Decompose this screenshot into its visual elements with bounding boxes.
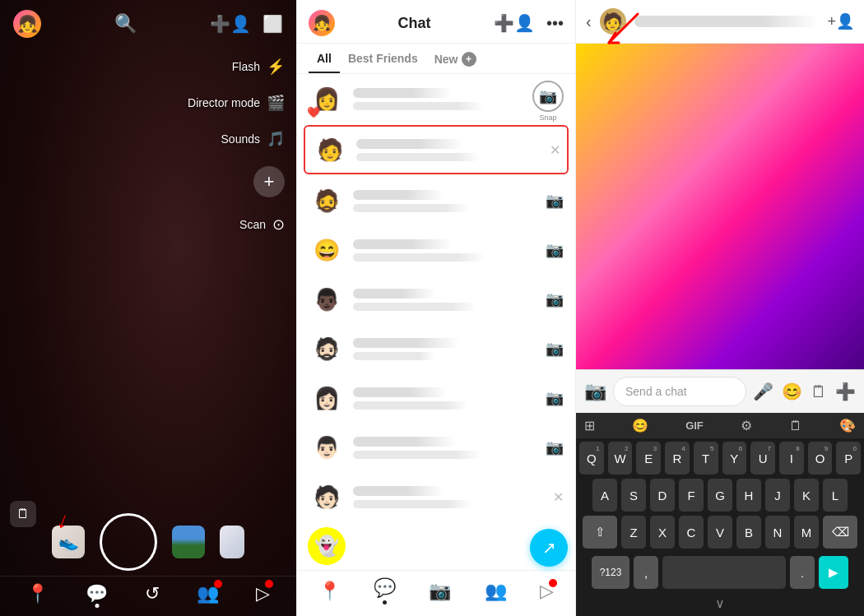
chat-item[interactable]: 👨🏻 📷 (297, 423, 575, 472)
chevron-down-icon[interactable]: ∨ (715, 595, 725, 611)
close-icon[interactable]: ✕ (550, 142, 560, 158)
new-plus-icon: + (462, 52, 476, 67)
key-o[interactable]: O9 (808, 442, 833, 475)
shift-key[interactable]: ⇧ (583, 516, 617, 549)
chat-item[interactable]: 🧔 📷 (297, 176, 575, 225)
key-i[interactable]: I8 (779, 442, 804, 475)
back-button[interactable]: ‹ (586, 12, 592, 31)
camera-button[interactable]: 📷 (584, 381, 606, 402)
key-y[interactable]: Y6 (722, 442, 747, 475)
key-period[interactable]: . (790, 556, 815, 589)
key-n[interactable]: N (765, 516, 790, 549)
stories-nav-icon[interactable]: ▷ (256, 583, 270, 604)
send-key[interactable]: ▶ (819, 556, 848, 589)
map-bottom-icon[interactable]: 📍 (318, 581, 341, 602)
friends-bottom-icon[interactable]: 👥 (485, 581, 507, 602)
stories-bottom-icon[interactable]: ▷ (540, 581, 554, 602)
chat-item[interactable]: 👩🏻 📷 (297, 373, 575, 423)
key-q[interactable]: Q1 (579, 442, 604, 475)
key-m[interactable]: M (794, 516, 819, 549)
tab-best-friends[interactable]: Best Friends (340, 49, 426, 73)
shutter-button[interactable] (100, 513, 157, 571)
key-f[interactable]: F (679, 479, 704, 512)
key-r[interactable]: R4 (665, 442, 690, 475)
key-comma[interactable]: , (634, 556, 658, 589)
emoji-icon[interactable]: 😊 (782, 382, 802, 401)
chat-item[interactable]: 👨🏿 📷 (297, 275, 575, 324)
sounds-control[interactable]: Sounds 🎵 (221, 130, 285, 148)
close-icon[interactable]: ✕ (553, 489, 564, 505)
chat-input-field[interactable]: Send a chat (613, 377, 746, 406)
camera-icon[interactable]: 📷 (546, 340, 564, 358)
search-icon[interactable]: 🔍 (114, 13, 137, 35)
key-k[interactable]: K (794, 479, 819, 512)
profile-avatar[interactable]: 👧 (13, 10, 41, 38)
key-x[interactable]: X (650, 516, 675, 549)
add-effect-button[interactable]: + (253, 166, 285, 197)
key-w[interactable]: W2 (608, 442, 633, 475)
scan-control[interactable]: Scan ⊙ (239, 215, 285, 234)
tab-new[interactable]: New + (426, 49, 485, 73)
thumbnail-partial[interactable] (220, 526, 244, 558)
chat-item[interactable]: 🧔🏻 📷 (297, 324, 575, 373)
key-z[interactable]: Z (621, 516, 646, 549)
chat-item[interactable]: 👩 ❤️ 📷 Snap (297, 74, 575, 123)
mic-icon[interactable]: 🎤 (753, 382, 773, 401)
share-fab[interactable]: ↗ (530, 529, 568, 567)
map-nav-icon[interactable]: 📍 (26, 583, 49, 604)
chat-bottom-nav-item[interactable]: 💬 (374, 577, 396, 604)
chat-item-highlighted[interactable]: 🧑 ✕ (304, 125, 569, 174)
spotlight-nav-icon[interactable]: ↺ (145, 583, 160, 604)
chat-item[interactable]: 🧑🏻 ✕ (297, 472, 575, 521)
director-mode-control[interactable]: Director mode 🎬 (188, 94, 285, 112)
keyboard-sticker-icon[interactable]: 🗒 (789, 419, 802, 433)
key-b[interactable]: B (736, 516, 761, 549)
key-e[interactable]: E3 (636, 442, 661, 475)
camera-icon[interactable]: 📷 (546, 192, 564, 210)
chat-item[interactable]: 😄 📷 (297, 225, 575, 275)
key-p[interactable]: P0 (836, 442, 861, 475)
snap-button[interactable]: 📷 Snap (532, 81, 564, 122)
keyboard-color-icon[interactable]: 🎨 (839, 418, 856, 433)
gif-label[interactable]: GIF (685, 419, 704, 432)
snapchat-fab[interactable]: 👻 (308, 527, 346, 565)
key-t[interactable]: T5 (694, 442, 718, 475)
key-j[interactable]: J (765, 479, 790, 512)
more-options-icon[interactable]: ••• (546, 14, 564, 33)
camera-icon[interactable]: 📷 (546, 438, 564, 456)
camera-flip-icon[interactable]: ⬜ (262, 14, 283, 34)
thumbnail-landscape[interactable] (172, 526, 205, 558)
key-h[interactable]: H (736, 479, 761, 512)
camera-bottom-nav: 📍 💬 ↺ 👥 ▷ (0, 576, 296, 616)
key-l[interactable]: L (823, 479, 848, 512)
add-friend-button[interactable]: +👤 (827, 12, 854, 30)
tab-all[interactable]: All (309, 49, 340, 73)
add-chat-icon[interactable]: ➕👤 (494, 13, 535, 33)
space-key[interactable] (662, 556, 786, 589)
chat-nav-icon[interactable]: 💬 (86, 583, 108, 604)
key-d[interactable]: D (650, 479, 675, 512)
chat-avatar: 🧔🏻 (309, 331, 345, 367)
keyboard-emoji-icon[interactable]: 😊 (632, 418, 648, 433)
camera-icon[interactable]: 📷 (546, 389, 564, 407)
key-u[interactable]: U7 (750, 442, 775, 475)
chat-item-name (353, 289, 435, 299)
add-media-icon[interactable]: ➕ (835, 382, 856, 401)
key-a[interactable]: A (592, 479, 617, 512)
keyboard-settings-icon[interactable]: ⚙ (741, 418, 752, 433)
flash-control[interactable]: Flash ⚡ (232, 58, 285, 76)
key-123[interactable]: ?123 (592, 556, 629, 589)
add-friend-icon[interactable]: ➕👤 (210, 14, 251, 34)
backspace-key[interactable]: ⌫ (823, 516, 857, 549)
friends-nav-icon[interactable]: 👥 (197, 583, 219, 604)
key-g[interactable]: G (708, 479, 732, 512)
key-v[interactable]: V (708, 516, 732, 549)
sticker-icon[interactable]: 🗒 (811, 382, 827, 401)
camera-icon[interactable]: 📷 (546, 290, 564, 308)
key-c[interactable]: C (679, 516, 704, 549)
chat-header-avatar[interactable]: 👧 (309, 10, 335, 36)
keyboard-grid-icon[interactable]: ⊞ (584, 418, 595, 433)
camera-bottom-icon[interactable]: 📷 (429, 581, 451, 602)
key-s[interactable]: S (621, 479, 646, 512)
camera-icon[interactable]: 📷 (546, 241, 564, 259)
